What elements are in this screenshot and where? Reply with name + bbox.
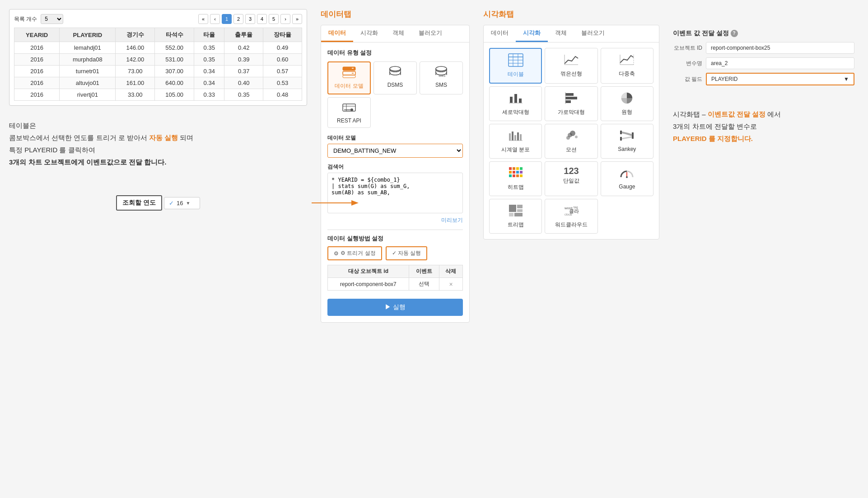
- page-next-btn[interactable]: ›: [280, 14, 290, 24]
- svg-rect-57: [513, 171, 515, 174]
- singleval-icon: 123: [564, 166, 579, 175]
- viz-card-heatmap[interactable]: 히트맵: [489, 161, 542, 196]
- page-3-btn[interactable]: 3: [245, 14, 255, 24]
- col-obp: 출루율: [224, 28, 263, 42]
- svg-point-47: [575, 136, 578, 138]
- tab-viz[interactable]: 시각화: [353, 25, 385, 42]
- tab-object[interactable]: 객체: [385, 25, 411, 42]
- run-btn[interactable]: ▶ 실행: [327, 299, 463, 316]
- delete-row-btn[interactable]: ×: [449, 281, 453, 288]
- svg-rect-4: [343, 75, 355, 78]
- viz-card-wordcloud[interactable]: word 클라 cloud tag 워드클라우드: [545, 199, 597, 234]
- desc-line2: 콤보박스에서 선택한 연도를 트리거 로 받아서 자동 실행 되며: [9, 134, 193, 141]
- type-card-dsms[interactable]: DSMS: [373, 61, 417, 94]
- middle-section: 데이터탭 데이터 시각화 객체 블러오기 데이터 유형 설정: [321, 9, 470, 323]
- svg-rect-32: [519, 99, 522, 103]
- page-last-btn[interactable]: »: [292, 14, 302, 24]
- combo-value-box[interactable]: ✓ 16 ▼: [164, 197, 200, 209]
- viz-card-singleval[interactable]: 123 단일값: [545, 161, 597, 196]
- viz-card-sankey[interactable]: Sankey: [601, 124, 653, 159]
- viz-card-singleval-label: 단일값: [563, 177, 579, 185]
- svg-rect-41: [514, 135, 516, 141]
- viz-card-multi[interactable]: 다중축: [601, 48, 653, 84]
- count-select[interactable]: 5: [41, 14, 63, 24]
- type-card-dsms-label: DSMS: [387, 82, 403, 88]
- viz-grid: 테이블 꺾은선형: [484, 42, 659, 239]
- arrow-connector: [312, 196, 366, 210]
- combo-dropdown-icon: ▼: [186, 201, 190, 206]
- viz-card-timeseries-label: 시계열 분포: [501, 146, 530, 154]
- table-cell: 0.49: [263, 42, 302, 54]
- bottom-line3: PLAYERID 를 지정합니다.: [673, 135, 753, 142]
- desc-line3: 특정 PLAYERID 를 클릭하여: [9, 146, 95, 154]
- event-label-field: 값 필드: [673, 75, 702, 83]
- page-5-btn[interactable]: 5: [269, 14, 279, 24]
- table-row[interactable]: 2016murphda08142.00531.000.350.390.60: [14, 54, 302, 66]
- event-label-varname: 변수명: [673, 60, 702, 67]
- viz-card-line[interactable]: 꺾은선형: [545, 48, 597, 84]
- table-cell: 0.60: [263, 54, 302, 66]
- svg-text:tag: tag: [574, 206, 578, 209]
- timeseries-icon: [508, 129, 523, 144]
- table-row[interactable]: 2016altuvjo01161.00640.000.340.400.53: [14, 77, 302, 89]
- viz-card-table[interactable]: 테이블: [489, 48, 542, 84]
- svg-rect-69: [509, 213, 513, 216]
- table-cell: 2016: [14, 54, 60, 66]
- viz-card-motion[interactable]: 모션: [545, 124, 597, 159]
- preview-link[interactable]: 미리보기: [327, 216, 463, 224]
- table-cell: 0.40: [224, 77, 263, 89]
- viz-card-pie[interactable]: 원형: [601, 86, 653, 121]
- exec-mini-table: 대상 오브젝트 id 이벤트 삭제 report-component-box7 …: [327, 265, 463, 291]
- model-select[interactable]: DEMO_BATTING_NEW: [327, 144, 463, 158]
- tab-blur[interactable]: 블러오기: [411, 25, 449, 42]
- svg-rect-58: [516, 171, 519, 174]
- event-value-varname[interactable]: area_2: [706, 57, 854, 69]
- gear-icon: ⚙: [334, 250, 339, 257]
- svg-rect-53: [513, 167, 515, 170]
- event-select-field[interactable]: PLAYERID ▼: [706, 73, 854, 85]
- viz-card-timeseries[interactable]: 시계열 분포: [489, 124, 542, 159]
- viz-card-vbar[interactable]: 세로막대형: [489, 86, 542, 121]
- type-card-model[interactable]: 데이터 모델: [327, 61, 371, 94]
- page-1-btn[interactable]: 1: [222, 14, 232, 24]
- mini-table-row: report-component-box7 선택 ×: [328, 278, 463, 291]
- svg-rect-30: [510, 97, 513, 103]
- info-icon: ?: [731, 30, 738, 37]
- table-row[interactable]: 2016turnetr0173.00307.000.340.370.57: [14, 66, 302, 77]
- table-cell: 0.53: [263, 77, 302, 89]
- data-panel: 데이터 시각화 객체 블러오기 데이터 유형 설정: [321, 25, 470, 323]
- viz-tab-blur[interactable]: 블러오기: [574, 25, 612, 42]
- table-cell: 0.35: [224, 89, 263, 101]
- viz-card-treemap[interactable]: 트리맵: [489, 199, 542, 234]
- type-card-restapi[interactable]: REST API: [327, 97, 371, 128]
- pagination: « ‹ 1 2 3 4 5 › »: [198, 14, 302, 24]
- exec-label: 데이터 실행방법 설정: [327, 230, 463, 243]
- page-2-btn[interactable]: 2: [233, 14, 243, 24]
- dsms-icon: [388, 66, 402, 80]
- viz-tab-data[interactable]: 데이터: [484, 25, 516, 42]
- bottom-line2: 3개의 차트에 전달할 변수로: [673, 122, 757, 130]
- page-4-btn[interactable]: 4: [257, 14, 267, 24]
- svg-point-17: [350, 108, 353, 111]
- page-prev-btn[interactable]: ‹: [210, 14, 220, 24]
- type-card-sms[interactable]: SMS SMS: [420, 61, 463, 94]
- viz-card-motion-label: 모션: [566, 146, 577, 154]
- table-cell: 552.00: [155, 42, 194, 54]
- combo-check-icon: ✓: [169, 200, 174, 207]
- viz-card-hbar[interactable]: 가로막대형: [545, 86, 597, 121]
- tab-data[interactable]: 데이터: [321, 25, 353, 42]
- page-first-btn[interactable]: «: [198, 14, 208, 24]
- table-row[interactable]: 2016lemahdj01146.00552.000.350.420.49: [14, 42, 302, 54]
- viz-card-table-label: 테이블: [508, 70, 524, 78]
- table-toolbar: 목록 개수 5 « ‹ 1 2 3 4 5 › »: [14, 14, 302, 24]
- viz-tab-bar: 데이터 시각화 객체 블러오기: [484, 25, 659, 42]
- table-row[interactable]: 2016rivertj0133.00105.000.330.350.48: [14, 89, 302, 101]
- svg-rect-34: [565, 93, 574, 96]
- svg-rect-59: [520, 171, 523, 174]
- trigger-btn[interactable]: ⚙ ⚙ 트리거 설정: [327, 246, 382, 260]
- viz-tab-object[interactable]: 객체: [548, 25, 574, 42]
- viz-tab-viz[interactable]: 시각화: [516, 25, 548, 42]
- auto-btn[interactable]: ✓ 자동 실행: [386, 246, 428, 260]
- viz-card-gauge[interactable]: Gauge: [601, 161, 653, 196]
- type-card-model-label: 데이터 모델: [335, 82, 363, 90]
